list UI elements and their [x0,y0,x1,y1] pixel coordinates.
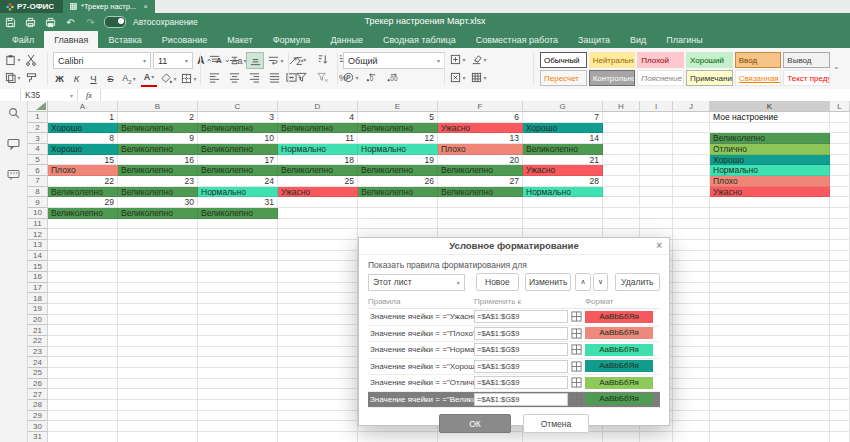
grid-cell[interactable] [198,240,278,251]
grid-cell[interactable]: Плохо [48,165,118,176]
grid-cell[interactable]: Нормально [278,144,358,155]
grid-cell[interactable]: 7 [523,112,603,123]
grid-cell[interactable] [278,421,358,432]
grid-cell[interactable] [673,261,710,272]
grid-cell[interactable]: 23 [118,176,198,187]
grid-cell[interactable] [198,421,278,432]
grid-cell[interactable] [673,336,710,347]
cf-rule-range-input[interactable]: =$A$1:$G$9 [474,393,568,406]
grid-cell[interactable] [48,347,118,358]
row-header-2[interactable]: 2 [28,123,48,134]
delete-rule-button[interactable]: Удалить [615,273,660,291]
grid-cell[interactable]: Великолепно [438,187,523,198]
grid-cell[interactable] [118,283,198,294]
rules-scope-select[interactable]: Этот лист▾ [368,274,465,291]
col-header-b[interactable]: B [118,101,198,112]
grid-cell[interactable] [710,240,830,251]
grid-cell[interactable] [278,208,358,219]
grid-cell[interactable] [710,347,830,358]
col-header-f[interactable]: F [438,101,523,112]
menu-tab-формула[interactable]: Формула [263,31,321,48]
row-header-28[interactable]: 28 [28,400,48,411]
align-justify-icon[interactable] [266,70,282,85]
grid-cell[interactable]: 12 [358,133,438,144]
grid-cell[interactable] [830,251,850,262]
grid-cell[interactable]: Великолепно [118,165,198,176]
align-center-icon[interactable] [226,70,242,85]
cf-rule-row[interactable]: Значение ячейки = ="Хорошо"=$A$1:$G$9AaB… [368,359,660,376]
grid-cell[interactable] [118,272,198,283]
grid-cell[interactable] [438,432,523,442]
grid-cell[interactable] [710,325,830,336]
row-header-4[interactable]: 4 [28,144,48,155]
grid-cell[interactable] [673,229,710,240]
row-header-12[interactable]: 12 [28,229,48,240]
grid-cell[interactable] [48,261,118,272]
grid-cell[interactable] [48,315,118,326]
menu-tab-данные[interactable]: Данные [320,31,373,48]
row-header-24[interactable]: 24 [28,357,48,368]
grid-cell[interactable] [278,283,358,294]
grid-cell[interactable] [830,176,850,187]
grid-cell[interactable] [603,197,640,208]
grid-cell[interactable] [830,325,850,336]
grid-cell[interactable] [278,304,358,315]
grid-cell[interactable] [523,219,603,230]
grid-cell[interactable] [118,389,198,400]
grid-cell[interactable] [830,123,850,134]
row-header-31[interactable]: 31 [28,432,48,442]
row-header-23[interactable]: 23 [28,347,48,358]
grid-cell[interactable] [198,336,278,347]
grid-cell[interactable] [710,197,830,208]
grid-cell[interactable]: Великолепно [118,144,198,155]
grid-cell[interactable]: Великолепно [198,144,278,155]
grid-cell[interactable] [710,432,830,442]
format-as-table-icon[interactable] [471,70,487,85]
grid-cell[interactable] [198,251,278,262]
name-box[interactable]: K35 ▾ [20,89,78,101]
menu-tab-плагины[interactable]: Плагины [656,31,712,48]
grid-cell[interactable] [673,315,710,326]
grid-cell[interactable] [118,357,198,368]
grid-cell[interactable] [48,357,118,368]
grid-cell[interactable]: 29 [48,197,118,208]
grid-cell[interactable] [830,219,850,230]
decrease-decimal-icon[interactable]: 0 [364,70,380,85]
grid-cell[interactable] [640,197,673,208]
grid-cell[interactable]: Плохо [710,176,830,187]
grid-cell[interactable]: 17 [198,155,278,166]
grid-cell[interactable] [198,325,278,336]
grid-cell[interactable]: Великолепно [438,165,523,176]
style-chip[interactable]: Контрольная ячейка [589,70,636,86]
grid-cell[interactable]: Хорошо [523,123,603,134]
grid-cell[interactable] [603,144,640,155]
grid-cell[interactable] [48,325,118,336]
grid-cell[interactable] [118,219,198,230]
col-header-d[interactable]: D [278,101,358,112]
grid-cell[interactable] [278,379,358,390]
grid-cell[interactable] [198,293,278,304]
row-header-27[interactable]: 27 [28,389,48,400]
grid-cell[interactable] [278,219,358,230]
style-chip[interactable]: Текст предупреждения [783,70,830,86]
grid-cell[interactable] [640,133,673,144]
style-chip[interactable]: Нейтральный [589,52,636,68]
document-tab[interactable]: *Трекер настр... × [63,0,155,13]
grid-cell[interactable] [830,229,850,240]
cf-rule-row[interactable]: Значение ячейки = ="Ужасно"=$A$1:$G$9AaB… [368,309,660,326]
row-header-21[interactable]: 21 [28,325,48,336]
grid-cell[interactable] [48,304,118,315]
grid-cell[interactable]: 4 [278,112,358,123]
insert-function-icon[interactable]: fx [78,89,101,101]
grid-cell[interactable] [640,144,673,155]
grid-cell[interactable] [640,112,673,123]
grid-cell[interactable]: Нормально [523,187,603,198]
grid-cell[interactable]: Великолепно [118,187,198,198]
grid-cell[interactable] [278,357,358,368]
row-header-8[interactable]: 8 [28,187,48,198]
grid-cell[interactable] [710,208,830,219]
grid-cell[interactable]: 3 [198,112,278,123]
move-rule-down-button[interactable]: ∨ [593,273,609,291]
grid-cell[interactable] [673,208,710,219]
grid-cell[interactable] [603,155,640,166]
